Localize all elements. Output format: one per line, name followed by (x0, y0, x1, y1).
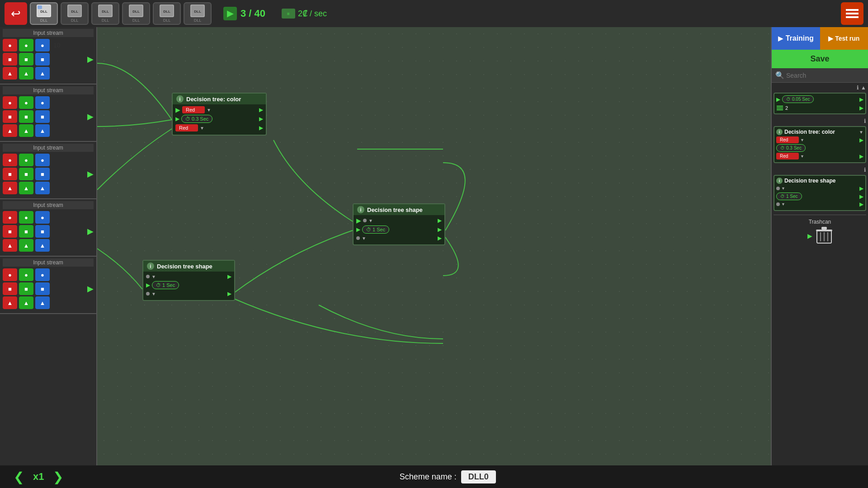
badge-blue-circle-4: ● (35, 211, 50, 224)
search-box: 🔍 (772, 68, 868, 83)
dll-tab-4[interactable]: DLL DLL (153, 2, 181, 25)
dropdown-color-2[interactable]: Red (175, 124, 198, 131)
stream-row-3-1: ● ● ● (3, 154, 94, 166)
svg-rect-16 (846, 9, 859, 11)
save-button[interactable]: Save (772, 50, 868, 68)
sidebar-node-color[interactable]: i Decision tree: color ▼ Red ▼ ▶ ⏱ 0.3 S… (774, 126, 866, 163)
dll-icon-1: DLL (67, 5, 82, 17)
play-timer-node[interactable]: ▶ (776, 96, 780, 103)
decision-tree-shape-2-node[interactable]: i Decision tree shape ▼ ▶ ▶ ⏱ 1 Sec ▼ ▶ (142, 260, 235, 301)
play-button-top[interactable]: ▶ (223, 7, 237, 20)
play-trashcan[interactable]: ▶ (807, 232, 812, 239)
chevron-shape2-1[interactable]: ▼ (151, 274, 156, 279)
stream-title-1: Input stream (3, 29, 94, 37)
testrun-button[interactable]: ▶ Test run (820, 27, 868, 50)
chevron-color-2[interactable]: ▼ (200, 126, 204, 131)
svg-rect-24 (821, 227, 827, 230)
badge-green-square-4: ■ (19, 225, 33, 238)
sidebar-shape-row2: ⏱ 1 Sec ▶ (776, 192, 863, 200)
badge-blue-square-1: ■ (35, 53, 50, 66)
stream-title-2: Input stream (3, 86, 94, 94)
sidebar-chevron-color2[interactable]: ▼ (800, 154, 804, 159)
badge-red-tri-2: ▲ (3, 124, 17, 137)
dropdown-color-1[interactable]: Red (182, 106, 205, 113)
sidebar-color-header: i Decision tree: color ▼ (776, 129, 863, 135)
play-stream-5[interactable]: ▶ (87, 284, 94, 294)
decision-tree-shape-1-node[interactable]: i Decision tree shape ▶ ▼ ▶ ▶ ⏱ 1 Sec ▶ … (353, 203, 445, 245)
info-icon-top: ℹ (857, 84, 859, 91)
svg-rect-18 (846, 16, 859, 18)
dll-tab-2[interactable]: DLL DLL (91, 2, 119, 25)
bottom-bar: ❮ x1 ❯ Scheme name : DLL0 (0, 465, 868, 488)
trashcan-icon[interactable] (816, 227, 832, 245)
scheme-name-value[interactable]: DLL0 (461, 470, 496, 483)
chevron-shape2-2[interactable]: ▼ (151, 291, 156, 296)
back-button[interactable]: ↩ (5, 2, 27, 25)
speed-left-button[interactable]: ❮ (14, 469, 24, 484)
svg-text:DLL: DLL (132, 9, 140, 14)
info-badge-color[interactable]: i (176, 95, 184, 103)
timer-icon-shape2: ⏱ (156, 282, 161, 288)
sidebar-chevron-shape1[interactable]: ▼ (781, 186, 785, 191)
badge-red-circle-5: ● (3, 268, 17, 281)
badge-green-tri-4: ▲ (19, 239, 33, 252)
play-stream-2[interactable]: ▶ (87, 112, 94, 122)
chevron-color-1[interactable]: ▼ (207, 108, 211, 113)
svg-text:DLL: DLL (194, 9, 201, 14)
sidebar-dropdown-color2[interactable]: Red (776, 153, 799, 160)
search-input[interactable] (786, 72, 865, 79)
stream-row-1-3: ▲ ▲ ▲ (3, 67, 94, 80)
svg-text:DLL: DLL (102, 9, 109, 14)
badge-green-circle-3: ● (19, 154, 33, 166)
play-stream-4[interactable]: ▶ (87, 226, 94, 236)
svg-rect-1 (38, 5, 42, 9)
sidebar-dropdown-color[interactable]: Red (776, 136, 799, 143)
badge-green-circle-2: ● (19, 96, 33, 109)
timer-node-badge: ⏱ 0.05 Sec (782, 95, 814, 103)
badge-green-circle-4: ● (19, 211, 33, 224)
badge-red-tri-3: ▲ (3, 182, 17, 194)
dll-tab-5[interactable]: DLL DLL (184, 2, 212, 25)
speed-right-button[interactable]: ❯ (53, 469, 63, 484)
dll-tab-0[interactable]: DLL DLL (30, 2, 58, 25)
sidebar-shape-row3: ▼ ▶ (776, 201, 863, 207)
input-stream-5: Input stream ● ● ● ■ ■ ■ ▶ ▲ ▲ ▲ (0, 257, 96, 314)
rate-value: 2₡ / sec (298, 9, 327, 19)
sidebar-chevron-color[interactable]: ▼ (800, 138, 804, 142)
sidebar-info-shape: i (776, 178, 783, 184)
stream-row-4-3: ▲ ▲ ▲ (3, 239, 94, 252)
chevron-shape1-2[interactable]: ▼ (362, 236, 366, 241)
play-node-color[interactable]: ▶ (175, 106, 180, 113)
play-out-shape1: ▶ (859, 185, 863, 192)
training-button[interactable]: ▶ Training (772, 27, 820, 50)
badge-red-circle-2: ● (3, 96, 17, 109)
dot-shape1-1 (363, 219, 367, 222)
dll-icon-2: DLL (98, 5, 113, 17)
node-row-color-3: Red ▼ ▶ (175, 124, 263, 131)
badge-blue-tri-5: ▲ (35, 296, 50, 309)
node-header-color: i Decision tree: color (173, 94, 266, 104)
badge-blue-circle-5: ● (35, 268, 50, 281)
sidebar-shape-title: Decision tree shape (784, 178, 835, 184)
dll-tab-1[interactable]: DLL DLL (61, 2, 89, 25)
main-canvas: i Decision tree: color ▶ Red ▼ ▶ ▶ ⏱ 0.3… (97, 27, 771, 465)
right-scroll-area: ℹ ▲ ▶ ⏱ 0.05 Sec ▶ 2 ▶ (772, 83, 868, 465)
timer-val-sc: 0.3 Sec (786, 145, 802, 150)
play-node-shape-1[interactable]: ▶ (356, 217, 361, 224)
stream-row-3-3: ▲ ▲ ▲ (3, 182, 94, 194)
info-badge-shape-2[interactable]: i (147, 263, 154, 270)
decision-tree-color-node[interactable]: i Decision tree: color ▶ Red ▼ ▶ ▶ ⏱ 0.3… (172, 93, 267, 136)
top-right-button[interactable] (841, 2, 863, 25)
sidebar-node-shape[interactable]: i Decision tree shape ▼ ▶ ⏱ 1 Sec ▶ ▼ ▶ (774, 175, 866, 211)
play-stream-1[interactable]: ▶ (87, 54, 94, 64)
info-badge-shape-1[interactable]: i (357, 206, 364, 213)
sidebar-chevron-shape2[interactable]: ▼ (781, 202, 785, 206)
svg-text:DLL: DLL (71, 9, 78, 14)
dll-tab-3[interactable]: DLL DLL (122, 2, 150, 25)
node-body-shape-1: ▶ ▼ ▶ ▶ ⏱ 1 Sec ▶ ▼ ▶ (354, 215, 444, 244)
chevron-shape1-1[interactable]: ▼ (368, 218, 373, 223)
badge-red-circle-4: ● (3, 211, 17, 224)
play-stream-3[interactable]: ▶ (87, 169, 94, 179)
svg-rect-19 (777, 106, 783, 107)
sidebar-node-timer[interactable]: ▶ ⏱ 0.05 Sec ▶ 2 ▶ (774, 93, 866, 114)
